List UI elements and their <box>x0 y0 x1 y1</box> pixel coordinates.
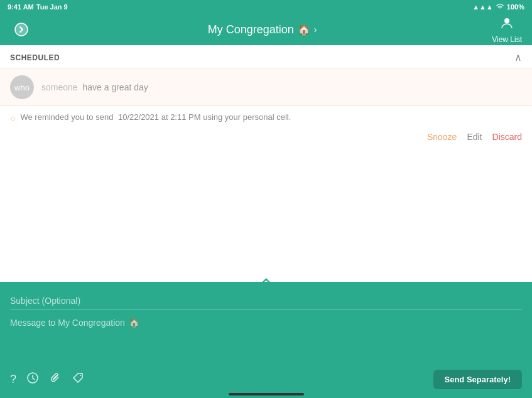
message-home-icon: 🏠 <box>129 318 139 328</box>
status-bar-left: 9:41 AM Tue Jan 9 <box>8 3 68 11</box>
compose-tools-left: ? <box>10 372 84 387</box>
nav-bar: My Congregation 🏠 › View List <box>0 14 532 45</box>
schedule-button[interactable] <box>26 372 39 387</box>
congregation-home-icon: 🏠 <box>298 24 310 36</box>
compose-area: Subject (Optional) Message to My Congreg… <box>0 282 532 398</box>
battery: 100% <box>507 3 524 11</box>
signal-icon: ▲▲▲ <box>472 3 493 11</box>
date: Tue Jan 9 <box>36 3 68 11</box>
action-row: Snooze Edit Discard <box>0 129 532 149</box>
reminder-suffix: using your personal cell. <box>203 112 291 122</box>
svg-point-3 <box>80 375 81 376</box>
message-text: have a great day <box>82 82 148 92</box>
status-bar: 9:41 AM Tue Jan 9 ▲▲▲ 100% <box>0 0 532 14</box>
edit-button[interactable]: Edit <box>467 132 482 142</box>
wifi-icon <box>496 3 504 11</box>
attach-button[interactable] <box>49 372 62 387</box>
scheduled-label: SCHEDULED <box>10 53 60 62</box>
scheduled-header: SCHEDULED ∧ <box>0 45 532 69</box>
reminder-row: ○ We reminded you to send 10/22/2021 at … <box>0 106 532 129</box>
discard-button[interactable]: Discard <box>492 132 522 142</box>
status-bar-right: ▲▲▲ 100% <box>472 3 524 11</box>
svg-point-1 <box>504 18 509 23</box>
view-list-label: View List <box>492 35 522 44</box>
main-content: SCHEDULED ∧ who someone have a great day… <box>0 45 532 282</box>
reminder-icon: ○ <box>10 113 15 123</box>
help-button[interactable]: ? <box>10 373 16 386</box>
time: 9:41 AM <box>8 3 34 11</box>
congregation-title: My Congregation <box>208 23 294 36</box>
home-indicator <box>229 393 304 395</box>
compose-toolbar: ? Send Separately! <box>10 370 522 389</box>
recipient-name: someone <box>41 82 78 92</box>
view-list-button[interactable]: View List <box>492 16 522 44</box>
person-icon <box>499 16 514 34</box>
snooze-button[interactable]: Snooze <box>427 132 457 142</box>
collapse-button[interactable]: ∧ <box>514 51 522 63</box>
message-placeholder: Message to My Congregation <box>10 318 125 328</box>
reminder-date: 10/22/2021 at 2:11 PM <box>118 112 201 122</box>
message-preview: someone have a great day <box>41 82 522 92</box>
subject-placeholder: Subject (Optional) <box>10 296 80 306</box>
send-button[interactable]: Send Separately! <box>433 370 523 389</box>
chevron-right-icon: › <box>314 24 317 35</box>
scheduled-message-row[interactable]: who someone have a great day <box>0 69 532 106</box>
back-button[interactable] <box>10 18 33 41</box>
subject-field[interactable]: Subject (Optional) <box>10 292 522 310</box>
reminder-text: We reminded you to send 10/22/2021 at 2:… <box>20 112 522 122</box>
svg-point-0 <box>15 23 28 36</box>
message-field[interactable]: Message to My Congregation 🏠 <box>10 315 522 330</box>
nav-title: My Congregation 🏠 › <box>208 23 317 36</box>
avatar: who <box>10 75 34 99</box>
tag-button[interactable] <box>72 372 84 387</box>
